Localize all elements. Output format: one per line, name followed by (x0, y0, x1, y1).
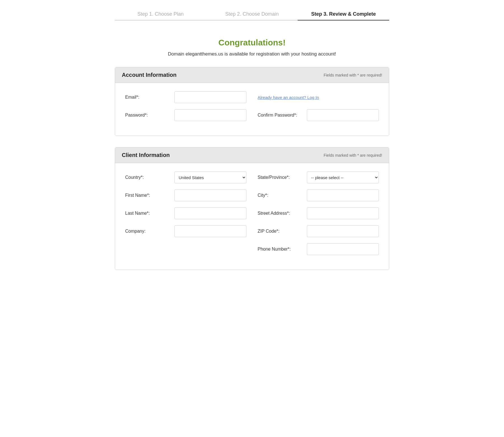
state-select[interactable]: -- please select -- Alabama Alaska Arizo… (307, 172, 379, 183)
step2-label: Step 2. Choose Domain (206, 11, 298, 17)
email-group: Email*: (125, 91, 246, 103)
account-info-title: Account Information (122, 72, 177, 78)
country-state-row: Country*: United States Canada United Ki… (125, 172, 379, 183)
last-name-input[interactable] (174, 207, 246, 219)
first-name-label: First Name*: (125, 193, 170, 198)
phone-group: Phone Number*: (258, 243, 379, 255)
step1: Step 1. Choose Plan (115, 11, 206, 24)
login-link-group: Already have an account? Log In (258, 95, 379, 100)
account-info-header: Account Information Fields marked with *… (115, 67, 389, 83)
client-info-card: Client Information Fields marked with * … (115, 147, 389, 270)
lastname-street-row: Last Name*: Street Address*: (125, 207, 379, 219)
login-link[interactable]: Already have an account? Log In (258, 95, 319, 100)
steps-bar: Step 1. Choose Plan Step 2. Choose Domai… (115, 11, 389, 24)
email-label: Email*: (125, 95, 170, 100)
account-info-card: Account Information Fields marked with *… (115, 67, 389, 136)
city-group: City*: (258, 189, 379, 201)
company-zip-row: Company: ZIP Code*: (125, 225, 379, 237)
state-label: State/Province*: (258, 175, 302, 180)
congrats-title: Congratulations! (115, 38, 389, 47)
country-label: Country*: (125, 175, 170, 180)
account-info-note: Fields marked with * are required! (324, 73, 382, 77)
last-name-label: Last Name*: (125, 211, 170, 216)
step3: Step 3. Review & Complete (298, 11, 389, 24)
street-address-label: Street Address*: (258, 211, 302, 216)
state-group: State/Province*: -- please select -- Ala… (258, 172, 379, 183)
confirm-password-label: Confirm Password*: (258, 113, 302, 118)
password-input[interactable] (174, 109, 246, 121)
account-info-body: Email*: Already have an account? Log In … (115, 83, 389, 136)
firstname-city-row: First Name*: City*: (125, 189, 379, 201)
step2: Step 2. Choose Domain (206, 11, 298, 24)
confirm-password-group: Confirm Password*: (258, 109, 379, 121)
zip-group: ZIP Code*: (258, 225, 379, 237)
street-address-input[interactable] (307, 207, 379, 219)
step3-underline (298, 20, 389, 20)
phone-label: Phone Number*: (258, 247, 302, 252)
city-input[interactable] (307, 189, 379, 201)
last-name-group: Last Name*: (125, 207, 246, 219)
congrats-subtitle: Domain elegantthemes.us is available for… (115, 51, 389, 57)
zip-label: ZIP Code*: (258, 229, 302, 234)
first-name-input[interactable] (174, 189, 246, 201)
first-name-group: First Name*: (125, 189, 246, 201)
country-group: Country*: United States Canada United Ki… (125, 172, 246, 183)
company-group: Company: (125, 225, 246, 237)
password-label: Password*: (125, 113, 170, 118)
password-group: Password*: (125, 109, 246, 121)
client-info-body: Country*: United States Canada United Ki… (115, 163, 389, 270)
congrats-section: Congratulations! Domain elegantthemes.us… (115, 38, 389, 57)
company-input[interactable] (174, 225, 246, 237)
step1-underline (115, 20, 206, 20)
step2-underline (206, 20, 298, 20)
phone-row: Phone Number*: (125, 243, 379, 255)
password-row: Password*: Confirm Password*: (125, 109, 379, 121)
page-wrapper: Step 1. Choose Plan Step 2. Choose Domai… (98, 0, 406, 304)
zip-input[interactable] (307, 225, 379, 237)
client-info-note: Fields marked with * are required! (324, 153, 382, 158)
email-row: Email*: Already have an account? Log In (125, 91, 379, 103)
email-input[interactable] (174, 91, 246, 103)
confirm-password-input[interactable] (307, 109, 379, 121)
country-select[interactable]: United States Canada United Kingdom Aust… (174, 172, 246, 183)
step3-label: Step 3. Review & Complete (298, 11, 389, 17)
step1-label: Step 1. Choose Plan (115, 11, 206, 17)
client-info-header: Client Information Fields marked with * … (115, 147, 389, 163)
street-address-group: Street Address*: (258, 207, 379, 219)
phone-input[interactable] (307, 243, 379, 255)
client-info-title: Client Information (122, 152, 170, 158)
company-label: Company: (125, 229, 170, 234)
city-label: City*: (258, 193, 302, 198)
